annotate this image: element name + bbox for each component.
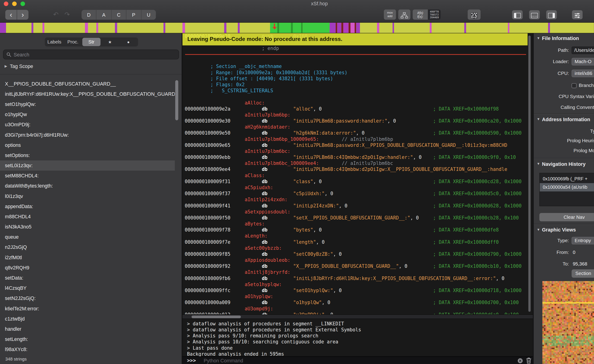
string-list-item[interactable]: q8v2RQH9 xyxy=(0,263,175,273)
control-flow-graph-button[interactable] xyxy=(398,9,410,20)
code-line[interactable]: 0000000100009e2a db "alloc", 0 ; DATA XR… xyxy=(185,106,533,112)
code-vertical-scrollbar[interactable] xyxy=(528,36,531,312)
code-line[interactable]: 0000000100009f78 db "bytes", 0 ; DATA XR… xyxy=(185,227,533,233)
string-list-item[interactable]: setN2J2sGjQ: xyxy=(0,293,175,303)
string-list-item[interactable]: X__PPIOS_DOUBLE_OBFUSCATION_GUARD__ xyxy=(0,79,175,89)
code-line[interactable]: aInitlu7plbm6bc_100009ee4: // aInitlu7pl… xyxy=(185,160,533,166)
zoom-window-button[interactable] xyxy=(20,2,25,6)
minimap-segment[interactable] xyxy=(377,23,379,33)
code-line[interactable]: 0000000100009ebb db "initLu7PLBm6B:c4IQm… xyxy=(185,154,533,160)
string-list-item[interactable]: l98aXYc8: xyxy=(0,344,175,355)
close-window-button[interactable] xyxy=(4,2,8,6)
code-line[interactable]: aAlloc: xyxy=(185,100,533,106)
display-type-c-button[interactable]: C xyxy=(111,10,126,20)
branch-checkbox[interactable] xyxy=(572,83,576,88)
code-line[interactable]: aSeto1hyplqw: xyxy=(185,281,533,287)
minimap-segment[interactable] xyxy=(185,23,224,33)
code-line[interactable]: aInitlu7plbm6bp_100009e65: // aInitlu7pl… xyxy=(185,136,533,142)
code-line[interactable]: ; Range: [0x100009e2a; 0x10000ab2d[ (333… xyxy=(185,70,533,76)
minimap-segment[interactable] xyxy=(464,23,466,33)
inspector-options-button[interactable] xyxy=(572,10,583,19)
toggle-left-panel-button[interactable] xyxy=(512,10,523,19)
minimap-segment[interactable] xyxy=(548,23,550,33)
code-line[interactable]: 0000000100009e30 db "initLu7PLBm6B:passw… xyxy=(185,118,533,124)
sidebar-tab-str[interactable]: Str xyxy=(82,38,101,46)
string-list-item[interactable]: u3OmPD9j: xyxy=(0,119,175,130)
navigation-history-item[interactable]: 0x1000069fb (_PRF + xyxy=(540,175,594,183)
display-type-a-button[interactable]: A xyxy=(96,10,111,20)
graphic-views-header[interactable]: ▼ Graphic Views xyxy=(537,226,576,233)
code-line[interactable]: ; File offset : [40490; 43821[ (3331 byt… xyxy=(185,76,533,82)
code-line[interactable]: ; endp xyxy=(185,45,533,51)
string-list-item[interactable]: appendData: xyxy=(0,201,175,211)
sidebar-scrollbar[interactable] xyxy=(175,80,178,120)
code-line[interactable]: aLength: xyxy=(185,233,533,239)
string-list-item[interactable]: setData: xyxy=(0,273,175,283)
section-button[interactable]: Section xyxy=(572,269,594,278)
string-list-item[interactable]: o1hyplQw xyxy=(0,109,175,119)
minimap-segment[interactable] xyxy=(34,23,42,33)
string-list-item[interactable]: queue xyxy=(0,232,175,242)
code-line[interactable]: ; S_CSTRING_LITERALS xyxy=(185,88,533,94)
assembly-mode-button[interactable]: mov add xyxy=(384,9,396,20)
minimap-segment[interactable] xyxy=(224,23,226,33)
tag-scope-row[interactable]: ▶ Tag Scope xyxy=(5,63,33,70)
minimap-segment[interactable] xyxy=(330,23,336,33)
minimap-segment[interactable] xyxy=(341,23,343,33)
minimap-segment[interactable] xyxy=(350,23,354,33)
string-list-item[interactable]: setLength: xyxy=(0,334,175,344)
minimap-segment[interactable] xyxy=(42,23,44,33)
code-line[interactable]: aBytes: xyxy=(185,221,533,227)
minimap-segment[interactable] xyxy=(183,23,185,33)
minimap-segment[interactable] xyxy=(238,23,240,33)
minimap-segment[interactable] xyxy=(356,23,360,33)
code-line[interactable]: aInitlu7plbm6bc: xyxy=(185,148,533,154)
minimap-segment[interactable] xyxy=(85,23,88,33)
string-list-item[interactable]: l0i1z3qv xyxy=(0,191,175,201)
minimap-segment[interactable] xyxy=(393,23,394,33)
string-list-item[interactable]: c1ztwBjd xyxy=(0,314,175,324)
display-type-d-button[interactable]: D xyxy=(81,10,96,20)
minimap-segment[interactable] xyxy=(432,23,464,33)
minimap-segment[interactable] xyxy=(293,23,301,33)
file-information-header[interactable]: ▼ File Information xyxy=(537,35,579,42)
minimap-segment[interactable] xyxy=(117,23,164,33)
cpu-popup[interactable]: intel/x86 xyxy=(572,70,594,77)
minimap-segment[interactable] xyxy=(466,23,508,33)
minimap-segment[interactable] xyxy=(277,23,279,33)
display-type-u-button[interactable]: U xyxy=(142,10,156,20)
code-line[interactable]: 0000000100009e50 db "h2g6kNmI:data:error… xyxy=(185,130,533,136)
minimap-segment[interactable] xyxy=(550,23,593,33)
clear-navigation-button[interactable]: Clear Nav xyxy=(539,213,594,221)
code-line[interactable]: 0000000100009e65 db "initLu7PLBm6B:passw… xyxy=(185,142,533,148)
minimap-segment[interactable] xyxy=(96,23,98,33)
code-line[interactable]: 0000000100009ee4 db "initLu7PLBm6B:c4IQm… xyxy=(185,166,533,172)
minimap-segment[interactable] xyxy=(303,23,329,33)
code-line[interactable]: 000000010000a009 db "o1hyplQw", 0 ; DATA… xyxy=(185,300,533,306)
toggle-right-panel-button[interactable] xyxy=(546,10,557,19)
minimize-window-button[interactable] xyxy=(12,2,17,6)
minimap-segment[interactable] xyxy=(349,23,351,33)
minimap-segment[interactable] xyxy=(6,23,32,33)
clear-console-button[interactable] xyxy=(517,358,523,364)
string-list-item[interactable]: options xyxy=(0,140,175,150)
navigation-minimap[interactable] xyxy=(0,23,594,33)
minimap-segment[interactable] xyxy=(44,23,85,33)
minimap-segment[interactable] xyxy=(32,23,34,33)
code-line[interactable]: 0000000100009fb6 db "initLj8JbRYrF:d6Hl1… xyxy=(185,275,533,281)
display-type-p-button[interactable]: P xyxy=(126,10,141,20)
code-line[interactable]: aO1hyplqw: xyxy=(185,294,533,300)
forward-button[interactable]: › xyxy=(17,10,28,20)
sidebar-tab-proc[interactable]: Proc. xyxy=(64,38,82,46)
entropy-canvas[interactable] xyxy=(542,281,594,364)
minimap-segment[interactable] xyxy=(394,23,430,33)
minimap-segment[interactable] xyxy=(291,23,293,33)
code-line[interactable]: ; Section __objc_methname xyxy=(185,64,533,70)
minimap-segment[interactable] xyxy=(335,23,337,33)
scrollbar-thumb[interactable] xyxy=(191,315,241,318)
string-list-item[interactable]: initLj8JbRYrF:d6Hl1RUw:key:X__PPIOS_DOUB… xyxy=(0,89,175,99)
code-line[interactable]: 0000000100009f37 db "c5piUdxh:", 0 ; DAT… xyxy=(185,191,533,197)
sidebar-tab-scope[interactable]: ● xyxy=(119,38,138,46)
code-line[interactable]: aC5piudxh: xyxy=(185,185,533,191)
string-list-item[interactable]: setOptions: xyxy=(0,150,175,160)
